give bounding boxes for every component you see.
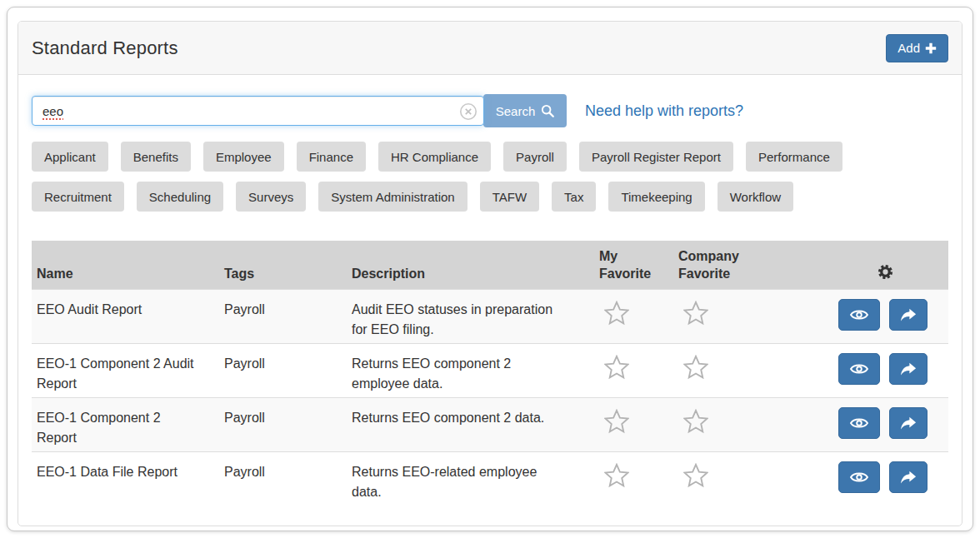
page-title: Standard Reports [32, 37, 178, 59]
company-favorite-star-icon[interactable] [683, 355, 708, 386]
table-body: EEO Audit Report Payroll Audit EEO statu… [32, 290, 948, 506]
add-button[interactable]: Add [886, 34, 948, 62]
view-report-button[interactable] [838, 461, 880, 493]
tag-filter-finance[interactable]: Finance [297, 142, 366, 172]
help-link[interactable]: Need help with reports? [585, 102, 743, 120]
share-arrow-icon [900, 471, 917, 485]
tag-filter-recruitment[interactable]: Recruitment [32, 182, 124, 212]
tag-filter-workflow[interactable]: Workflow [718, 182, 793, 212]
column-header-my-favorite: My Favorite [594, 241, 673, 290]
tag-filter-system-administration[interactable]: System Administration [318, 182, 467, 212]
view-report-button[interactable] [838, 353, 880, 385]
share-arrow-icon [900, 308, 917, 322]
report-tags: Payroll [219, 452, 347, 506]
my-favorite-star-icon[interactable] [604, 463, 629, 494]
add-button-label: Add [898, 41, 920, 55]
run-report-button[interactable] [889, 353, 928, 385]
report-name: EEO-1 Component 2 Report [32, 398, 219, 452]
report-tags: Payroll [219, 290, 347, 344]
my-favorite-star-icon[interactable] [604, 355, 629, 386]
table-settings-gear-icon[interactable] [878, 264, 893, 284]
search-row: eeo Search Need help with reports? [32, 94, 948, 127]
table-row: EEO Audit Report Payroll Audit EEO statu… [32, 290, 948, 344]
share-arrow-icon [900, 362, 917, 376]
column-header-tags: Tags [219, 241, 347, 290]
tag-filter-employee[interactable]: Employee [203, 142, 284, 172]
column-header-company-favorite: Company Favorite [673, 241, 794, 290]
tag-filter-timekeeping[interactable]: Timekeeping [608, 182, 704, 212]
tag-filter-tafw[interactable]: TAFW [480, 182, 539, 212]
tag-filters: ApplicantBenefitsEmployeeFinanceHR Compl… [32, 142, 948, 212]
search-button-label: Search [496, 104, 536, 118]
tag-filter-row: ApplicantBenefitsEmployeeFinanceHR Compl… [32, 142, 948, 172]
view-report-button[interactable] [838, 299, 880, 331]
tag-filter-payroll-register-report[interactable]: Payroll Register Report [579, 142, 733, 172]
table-row: EEO-1 Component 2 Audit Report Payroll R… [32, 344, 948, 398]
run-report-button[interactable] [889, 461, 928, 493]
search-input[interactable]: eeo [32, 96, 484, 126]
panel-heading: Standard Reports Add [18, 22, 962, 75]
my-favorite-star-icon[interactable] [604, 301, 629, 331]
tag-filter-hr-compliance[interactable]: HR Compliance [378, 142, 491, 172]
share-arrow-icon [900, 416, 917, 431]
window-frame: Standard Reports Add eeo Search Need hel… [7, 7, 973, 531]
magnifier-icon [541, 104, 554, 117]
tag-filter-row: RecruitmentSchedulingSurveysSystem Admin… [32, 182, 948, 212]
tag-filter-surveys[interactable]: Surveys [236, 182, 306, 212]
standard-reports-panel: Standard Reports Add eeo Search Need hel… [18, 21, 962, 526]
tag-filter-applicant[interactable]: Applicant [32, 142, 108, 172]
report-description: Returns EEO component 2 employee data. [347, 344, 594, 398]
my-favorite-star-icon[interactable] [604, 409, 629, 440]
reports-table: Name Tags Description My Favorite Compan… [32, 241, 948, 506]
company-favorite-star-icon[interactable] [683, 301, 708, 331]
company-favorite-star-icon[interactable] [683, 409, 708, 440]
company-favorite-star-icon[interactable] [683, 463, 708, 494]
clear-search-icon[interactable] [459, 102, 478, 121]
report-description: Returns EEO component 2 data. [347, 398, 594, 452]
search-button[interactable]: Search [483, 94, 567, 127]
report-name: EEO-1 Component 2 Audit Report [32, 344, 219, 398]
column-header-name: Name [32, 241, 219, 290]
report-name: EEO-1 Data File Report [32, 452, 219, 506]
eye-icon [850, 416, 868, 430]
table-row: EEO-1 Data File Report Payroll Returns E… [32, 452, 948, 506]
tag-filter-payroll[interactable]: Payroll [503, 142, 567, 172]
search-input-value: eeo [42, 104, 63, 118]
report-description: Returns EEO-related employee data. [347, 452, 594, 506]
eye-icon [850, 471, 868, 484]
plus-icon [925, 42, 937, 54]
tag-filter-benefits[interactable]: Benefits [121, 142, 191, 172]
report-name: EEO Audit Report [32, 290, 219, 344]
run-report-button[interactable] [889, 299, 928, 331]
table-row: EEO-1 Component 2 Report Payroll Returns… [32, 398, 948, 452]
report-tags: Payroll [219, 398, 347, 452]
tag-filter-scheduling[interactable]: Scheduling [137, 182, 223, 212]
table-header-row: Name Tags Description My Favorite Compan… [32, 241, 948, 290]
eye-icon [850, 362, 868, 376]
view-report-button[interactable] [838, 407, 880, 439]
tag-filter-performance[interactable]: Performance [746, 142, 842, 172]
run-report-button[interactable] [889, 407, 928, 439]
column-header-description: Description [347, 241, 594, 290]
eye-icon [850, 308, 868, 321]
report-description: Audit EEO statuses in preparation for EE… [347, 290, 594, 344]
tag-filter-tax[interactable]: Tax [552, 182, 596, 212]
panel-body: eeo Search Need help with reports? Appli… [18, 75, 962, 526]
report-tags: Payroll [219, 344, 347, 398]
